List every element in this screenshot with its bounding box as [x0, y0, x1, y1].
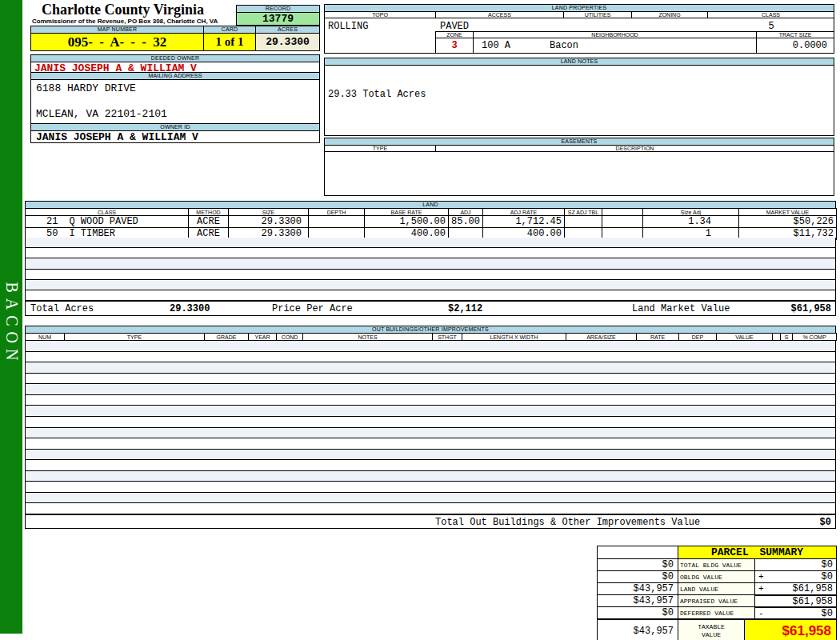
easements-box — [324, 151, 834, 196]
land-row-blank — [602, 216, 643, 228]
land-totals-row: Total Acres 29.3300 Price Per Acre $2,11… — [25, 301, 836, 316]
county-title: Charlotte County Virginia — [42, 2, 238, 18]
ps-row-appraised: $43,957 APPRAISED VALUE $61,958 — [598, 595, 837, 607]
ob-header-dep: DEP — [679, 334, 717, 341]
ps-left-value: $0 — [598, 559, 678, 571]
ps-taxable-value: $61,958 — [782, 620, 836, 640]
ps-value: $0 — [822, 571, 833, 582]
address-line2: MCLEAN, VA 22101-2101 — [36, 108, 167, 120]
ps-label: DEFERRED VALUE — [678, 607, 755, 620]
ps-value: $61,958 — [793, 596, 833, 607]
out-buildings-table: NUM TYPE GRADE YEAR COND NOTES STHGT LEN… — [25, 333, 837, 341]
out-buildings-empty-rows — [25, 341, 836, 514]
land-row-num: 21 — [28, 216, 58, 227]
ps-operator: - — [758, 608, 764, 619]
ps-operator: + — [758, 583, 764, 594]
topo-value: ROLLING — [328, 21, 368, 32]
out-buildings-header-row: NUM TYPE GRADE YEAR COND NOTES STHGT LEN… — [26, 334, 837, 341]
ps-label: OBLDG VALUE — [678, 571, 755, 583]
land-row-size-adj: 1.34 — [643, 216, 739, 228]
ps-taxable-label-line2: VALUE — [678, 631, 744, 639]
land-header-method: METHOD — [189, 209, 229, 216]
property-record-card: BACON Charlotte County Virginia Commissi… — [0, 0, 840, 640]
ps-taxable-left-value: $43,957 — [598, 619, 678, 640]
land-header-row: CLASS METHOD SIZE DEPTH BASE RATE ADJ AD… — [26, 209, 837, 216]
ps-taxable-label-line1: TAXABLE — [678, 623, 744, 631]
ps-value: $0 — [822, 559, 833, 570]
access-value: PAVED — [440, 21, 469, 32]
ob-header-num: NUM — [26, 334, 65, 341]
ps-row-taxable: $43,957 TAXABLE VALUE $61,958 — [598, 619, 837, 640]
ps-taxable-label: TAXABLE VALUE — [678, 619, 745, 640]
parcel-summary-table: PARCEL SUMMARY $0 TOTAL BLDG VALUE $0 $0… — [597, 546, 837, 640]
ps-row-deferred: $0 DEFERRED VALUE -$0 — [598, 607, 837, 620]
neighborhood-code: 100 A — [482, 40, 510, 51]
mailing-address-box: 6188 HARDY DRIVE MCLEAN, VA 22101-2101 — [30, 79, 320, 124]
owner-id-value: JANIS JOSEPH A & WILLIAM V — [30, 130, 320, 143]
land-empty-rows — [25, 238, 836, 301]
ps-operator: + — [758, 571, 764, 582]
out-buildings-total-label: Total Out Buildings & Other Improvements… — [435, 515, 700, 530]
deeded-owner-value: JANIS JOSEPH A & WILLIAM V — [30, 62, 320, 73]
land-header-size: SIZE — [229, 209, 309, 216]
map-number-value: 095- - A- - - 32 — [30, 33, 204, 51]
land-row-adj-rate: 1,712.45 — [483, 216, 565, 228]
card-value: 1 of 1 — [203, 33, 256, 51]
ps-row-obldg: $0 OBLDG VALUE +$0 — [598, 571, 837, 583]
ps-row-land: $43,957 LAND VALUE +$61,958 — [598, 583, 837, 595]
ob-header-sthgt: STHGT — [433, 334, 462, 341]
address-line1: 6188 HARDY DRIVE — [36, 82, 136, 94]
ps-left-value: $0 — [598, 571, 678, 583]
left-green-bar: BACON — [0, 0, 22, 634]
ob-header-cond: COND — [277, 334, 303, 341]
record-value: 13779 — [236, 12, 320, 26]
ob-header-notes: NOTES — [303, 334, 433, 341]
land-header-adj: ADJ — [449, 209, 483, 216]
land-table: CLASS METHOD SIZE DEPTH BASE RATE ADJ AD… — [25, 208, 837, 240]
land-notes-box: 29.33 Total Acres — [324, 65, 834, 136]
land-header-sz-adj-tbl: SZ ADJ TBL — [565, 209, 602, 216]
neighborhood-name: Bacon — [550, 40, 578, 51]
ps-label: APPRAISED VALUE — [678, 595, 755, 607]
land-header-adj-rate: ADJ RATE — [483, 209, 565, 216]
ob-header-value: VALUE — [717, 334, 773, 341]
land-row-class: Q WOOD PAVED — [69, 216, 138, 227]
class-value: 5 — [708, 21, 834, 32]
ps-header-left-blank — [598, 546, 678, 559]
parcel-summary-header: PARCEL SUMMARY — [598, 546, 837, 559]
ob-header-type: TYPE — [65, 334, 205, 341]
acres-value: 29.3300 — [255, 33, 320, 51]
out-buildings-total-value: $0 — [820, 515, 831, 530]
ps-taxable-value-cell: $61,958 — [745, 619, 837, 640]
ob-header-grade: GRADE — [205, 334, 249, 341]
ob-header-blank — [773, 334, 781, 341]
total-acres-label: Total Acres — [30, 302, 94, 316]
land-header-class: CLASS — [26, 209, 189, 216]
ob-header-length-width: LENGTH X WIDTH — [462, 334, 566, 341]
ob-header-pct-comp: % COMP — [793, 334, 837, 341]
land-header-base-rate: BASE RATE — [365, 209, 449, 216]
ob-header-area-size: AREA/SIZE — [566, 334, 637, 341]
ps-left-value: $43,957 — [598, 583, 678, 595]
ob-header-s: S — [781, 334, 793, 341]
ps-left-value: $43,957 — [598, 595, 678, 607]
land-row-base-rate: 1,500.00 — [365, 216, 449, 228]
neighborhood-box: 100 A Bacon — [473, 38, 757, 54]
land-header-blank — [602, 209, 643, 216]
land-row-market-value: $50,226 — [739, 216, 837, 228]
neighborhood-vertical-label: BACON — [2, 282, 21, 366]
land-row-sz-adj-tbl — [565, 216, 602, 228]
price-per-acre-value: $2,112 — [448, 302, 482, 316]
total-acres-value: 29.3300 — [170, 302, 210, 316]
ob-header-year: YEAR — [249, 334, 277, 341]
commissioner-line: Commissioner of the Revenue, PO Box 308,… — [32, 18, 240, 25]
ob-header-rate: RATE — [637, 334, 679, 341]
land-market-value-label: Land Market Value — [632, 302, 730, 316]
zone-value: 3 — [435, 38, 474, 54]
land-header-market-value: MARKET VALUE — [739, 209, 837, 216]
land-row-method: ACRE — [189, 216, 229, 228]
ps-label: TOTAL BLDG VALUE — [678, 559, 755, 571]
tract-size-value: 0.0000 — [756, 38, 834, 54]
land-header-size-adj: Size Adj — [643, 209, 739, 216]
land-row-depth — [309, 216, 365, 228]
